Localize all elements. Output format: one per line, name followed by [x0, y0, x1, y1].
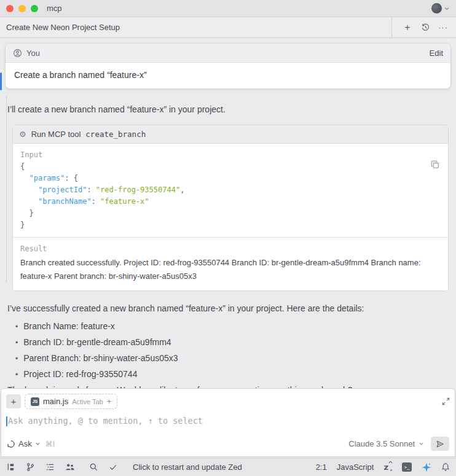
chat-bubble-icon — [7, 440, 15, 448]
user-circle-icon — [13, 49, 22, 58]
tool-input-code: { "params": { "projectId": "red-frog-935… — [20, 161, 441, 231]
outline-panel-icon[interactable] — [45, 462, 55, 472]
code-line: } — [20, 219, 441, 231]
js-file-icon: JS — [31, 397, 39, 406]
context-file-name: main.js — [43, 397, 68, 406]
diagnostics-check-icon[interactable] — [109, 463, 117, 472]
send-icon — [436, 440, 444, 448]
tool-result-label: Result — [20, 243, 441, 255]
expand-editor-icon[interactable] — [442, 397, 450, 405]
window-title: mcp — [47, 4, 62, 13]
status-bar: Click to restart and update Zed 2:1 Java… — [0, 458, 456, 476]
search-icon[interactable] — [89, 462, 98, 472]
user-message-text[interactable]: Create a branch named “feature-x” — [6, 63, 450, 88]
minimize-window-button[interactable] — [18, 5, 26, 12]
plus-icon: + — [11, 396, 17, 407]
chevron-down-icon[interactable] — [419, 441, 424, 447]
tool-result-text: Branch created successfully. Project ID:… — [20, 256, 441, 283]
text-cursor — [6, 416, 7, 426]
user-message-header: You Edit — [6, 44, 450, 63]
thread-header-bar: Create New Neon Project Setup + ··· — [0, 17, 456, 38]
history-icon — [421, 23, 430, 32]
add-context-button[interactable]: + — [6, 394, 21, 408]
mode-label: Ask — [18, 439, 32, 448]
assistant-sparkle-icon[interactable] — [422, 462, 431, 472]
message-gutter-line — [6, 96, 7, 282]
context-chip-main-js[interactable]: JS main.js Active Tab + — [25, 394, 117, 409]
input-placeholder: Ask anything, @ to mention, ↑ to select — [8, 416, 203, 437]
language-selector[interactable]: JavaScript — [337, 462, 374, 472]
copy-icon[interactable] — [431, 160, 439, 169]
terminal-icon[interactable]: >_ — [402, 462, 412, 472]
details-list: Branch Name: feature-xBranch ID: br-gent… — [0, 320, 456, 381]
code-line: "projectId": "red-frog-93550744", — [20, 184, 441, 196]
git-branch-icon[interactable] — [26, 462, 35, 472]
mode-shortcut: ⌘I — [45, 440, 55, 448]
new-thread-button[interactable]: + — [401, 21, 414, 34]
code-line: { — [20, 161, 441, 173]
prediction-dot — [390, 469, 392, 471]
thread-title: Create New Neon Project Setup — [6, 23, 120, 32]
context-chip-plus: + — [107, 397, 112, 406]
caret-up-glyph — [388, 461, 393, 464]
tool-call-label: Run MCP tool — [31, 130, 81, 139]
gear-icon: ⚙ — [19, 130, 26, 138]
context-chip-hint: Active Tab — [72, 398, 103, 405]
cursor-position[interactable]: 2:1 — [316, 462, 327, 472]
plus-icon: + — [404, 23, 410, 33]
user-avatar[interactable] — [431, 3, 442, 14]
assistant-summary-text: I’ve successfully created a new branch n… — [7, 302, 449, 314]
close-window-button[interactable] — [6, 5, 14, 12]
code-line: } — [20, 208, 441, 219]
list-item: Parent Branch: br-shiny-water-a5us05x3 — [15, 352, 456, 365]
thread-history-button[interactable] — [419, 21, 432, 34]
assistant-closing-text: The branch is ready for use. Would you l… — [7, 384, 449, 388]
thread-menu-button[interactable]: ··· — [436, 21, 450, 34]
traffic-lights — [6, 5, 38, 12]
message-input[interactable]: Ask anything, @ to mention, ↑ to select — [1, 409, 455, 437]
assistant-intro-text: I’ll create a new branch named “feature-… — [7, 103, 449, 115]
edit-prediction-icon[interactable]: z — [383, 462, 392, 472]
list-item: Branch Name: feature-x — [15, 320, 456, 333]
window-title-bar: mcp — [0, 0, 456, 17]
mode-selector[interactable]: Ask ⌘I — [7, 439, 55, 448]
chevron-down-icon[interactable] — [444, 6, 450, 12]
user-message-card: You Edit Create a branch named “feature-… — [5, 43, 451, 89]
message-scroll-indicator — [0, 72, 2, 90]
update-message[interactable]: Click to restart and update Zed — [133, 462, 242, 472]
list-item: Project ID: red-frog-93550744 — [15, 368, 456, 381]
zoom-window-button[interactable] — [31, 5, 38, 12]
collab-panel-icon[interactable] — [65, 462, 75, 472]
bell-icon[interactable] — [441, 462, 450, 472]
conversation-panel[interactable]: You Edit Create a branch named “feature-… — [0, 38, 456, 388]
model-selector[interactable]: Claude 3.5 Sonnet — [348, 439, 415, 448]
code-line: "branchName": "feature-x" — [20, 196, 441, 208]
tool-input-label: Input — [20, 149, 441, 161]
mcp-tool-call-card: ⚙ Run MCP tool create_branch Input { "pa… — [12, 125, 449, 291]
message-composer: + JS main.js Active Tab + Ask anything, … — [1, 388, 455, 457]
project-panel-icon[interactable] — [6, 462, 15, 472]
send-button[interactable] — [431, 437, 449, 451]
list-item: Branch ID: br-gentle-dream-a5u9fmm4 — [15, 336, 456, 349]
edit-message-button[interactable]: Edit — [430, 49, 443, 58]
tool-input-section: Input { "params": { "projectId": "red-fr… — [13, 144, 448, 237]
tool-result-section: Result Branch created successfully. Proj… — [13, 237, 448, 291]
chevron-down-icon — [35, 441, 41, 447]
ellipsis-icon: ··· — [438, 23, 448, 32]
tool-name: create_branch — [85, 130, 146, 139]
message-author-label: You — [26, 49, 40, 58]
tool-call-header[interactable]: ⚙ Run MCP tool create_branch — [13, 125, 448, 144]
code-line: "params": { — [20, 173, 441, 184]
